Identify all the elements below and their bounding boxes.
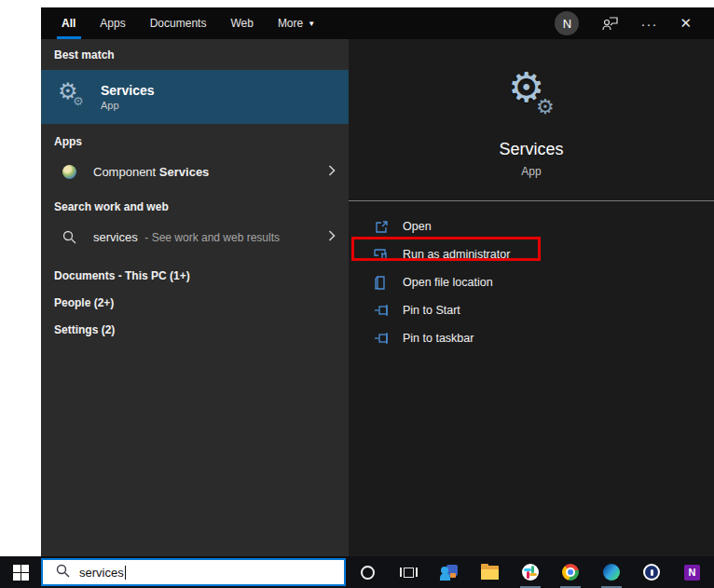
taskbar: services N	[0, 556, 714, 588]
action-label: Pin to taskbar	[403, 332, 474, 345]
tab-all[interactable]: All	[62, 7, 76, 39]
windows-logo-icon	[13, 565, 29, 581]
apps-section-header: Apps	[41, 135, 349, 148]
taskbar-icons: N	[346, 556, 714, 588]
open-icon	[373, 220, 390, 234]
user-avatar[interactable]: N	[555, 11, 579, 35]
teams-icon[interactable]	[431, 556, 468, 588]
divider	[349, 200, 714, 201]
best-match-subtitle: App	[101, 100, 155, 111]
best-match-title: Services	[101, 83, 155, 98]
search-icon	[60, 230, 78, 244]
tab-web[interactable]: Web	[230, 7, 253, 39]
taskbar-search-input[interactable]: services	[41, 558, 346, 586]
chevron-right-icon[interactable]	[328, 163, 336, 180]
result-component-services[interactable]: Component Services	[41, 156, 349, 187]
pin-icon	[373, 332, 390, 345]
result-web-search[interactable]: services - See work and web results	[41, 221, 349, 253]
web-suffix-text: - See work and web results	[144, 231, 280, 244]
action-list: Open Run as administrator	[349, 212, 714, 352]
action-open-file-location[interactable]: Open file location	[349, 268, 714, 296]
edge-icon[interactable]	[593, 556, 630, 588]
chevron-down-icon: ▼	[308, 20, 315, 28]
tab-more[interactable]: More ▼	[278, 7, 315, 39]
best-match-result-services[interactable]: ⚙⚙ Services App	[41, 70, 349, 124]
slack-icon[interactable]	[512, 556, 549, 588]
search-query-text: services	[79, 566, 124, 580]
file-explorer-icon[interactable]	[471, 556, 508, 588]
chrome-icon[interactable]	[552, 556, 589, 588]
documents-group-header[interactable]: Documents - This PC (1+)	[41, 269, 349, 282]
tab-documents[interactable]: Documents	[150, 7, 207, 39]
1password-icon[interactable]	[633, 556, 670, 588]
tab-more-label: More	[278, 17, 303, 30]
services-gear-icon: ⚙⚙	[56, 78, 93, 116]
onenote-icon[interactable]: N	[674, 556, 711, 588]
search-topbar: All Apps Documents Web More ▼ N ··· ✕	[41, 7, 714, 39]
result-text-bold: Services	[159, 165, 210, 179]
settings-group-header[interactable]: Settings (2)	[41, 323, 349, 336]
text-cursor	[125, 566, 126, 580]
feedback-icon[interactable]	[601, 16, 618, 31]
tab-apps[interactable]: Apps	[100, 7, 125, 39]
start-button[interactable]	[0, 556, 41, 588]
people-group-header[interactable]: People (2+)	[41, 296, 349, 309]
cortana-icon[interactable]	[350, 556, 387, 588]
component-services-icon	[60, 165, 78, 179]
action-open[interactable]: Open	[349, 212, 714, 240]
services-gear-icon-large: ⚙⚙	[504, 71, 558, 119]
action-label: Pin to Start	[403, 304, 460, 317]
action-label: Open file location	[403, 276, 493, 289]
preview-title: Services	[349, 140, 714, 159]
close-icon[interactable]: ✕	[680, 15, 692, 32]
pin-icon	[373, 304, 390, 317]
task-view-icon[interactable]	[390, 556, 427, 588]
options-ellipsis-icon[interactable]: ···	[640, 16, 657, 32]
search-web-section-header: Search work and web	[41, 200, 349, 213]
filter-tabs: All Apps Documents Web More ▼	[62, 7, 315, 39]
file-location-icon	[373, 276, 390, 290]
web-query-text: services	[93, 230, 138, 244]
action-label: Run as administrator	[403, 248, 510, 261]
best-match-header: Best match	[41, 39, 349, 62]
preview-subtitle: App	[349, 165, 714, 178]
preview-panel: ⚙⚙ Services App Open	[349, 39, 714, 556]
result-text-prefix: Component	[93, 165, 156, 179]
action-pin-to-start[interactable]: Pin to Start	[349, 296, 714, 324]
search-icon	[56, 564, 70, 581]
action-pin-to-taskbar[interactable]: Pin to taskbar	[349, 324, 714, 352]
action-run-as-administrator[interactable]: Run as administrator	[349, 240, 714, 268]
chevron-right-icon[interactable]	[328, 228, 336, 245]
results-panel: Best match ⚙⚙ Services App Apps Componen…	[41, 39, 349, 556]
admin-shield-icon	[373, 248, 390, 262]
action-label: Open	[403, 220, 432, 233]
search-flyout-window: All Apps Documents Web More ▼ N ··· ✕ Be	[41, 7, 714, 556]
